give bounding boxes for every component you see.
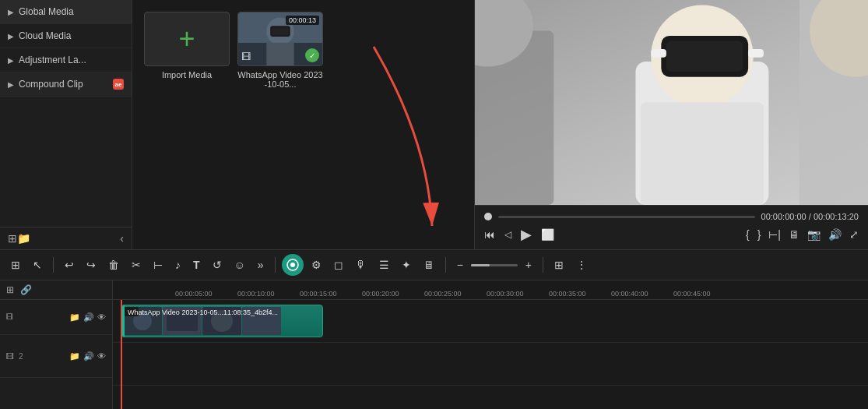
- compound-clip-btn[interactable]: [282, 254, 304, 276]
- video-media-label: WhatsApp Video 2023-10-05...: [237, 70, 323, 89]
- track-audio-btn-2[interactable]: 🔊: [83, 351, 94, 361]
- ruler-mark-7: 00:00:35:00: [549, 290, 586, 298]
- ruler-mark-8: 00:00:40:00: [611, 290, 648, 298]
- sidebar-item-compound-clip[interactable]: ▶ Compound Clip ae: [0, 72, 132, 97]
- undo-btn[interactable]: ↩: [60, 256, 79, 274]
- fit-btn[interactable]: ⤢: [849, 228, 859, 241]
- timeline-right: 00:00:05:00 00:00:10:00 00:00:15:00 00:0…: [113, 280, 868, 409]
- preview-video: [475, 0, 868, 205]
- new-folder-icon[interactable]: 📁: [17, 232, 30, 245]
- effect-btn[interactable]: ✦: [397, 256, 416, 274]
- link-btn[interactable]: 🔗: [20, 284, 32, 295]
- sidebar-item-label: Compound Clip: [19, 79, 108, 90]
- svg-rect-15: [748, 49, 764, 58]
- emoji-btn[interactable]: ☺: [230, 256, 250, 274]
- video-time-badge: 00:00:13: [286, 16, 319, 25]
- monitor-btn[interactable]: 🖥: [789, 228, 799, 241]
- app-container: ▶ Global Media ▶ Cloud Media ▶ Adjustmen…: [0, 0, 868, 409]
- track-folder-btn-2[interactable]: 📁: [69, 351, 80, 361]
- zoom-slider[interactable]: [471, 264, 518, 266]
- sidebar-item-label: Adjustment La...: [19, 55, 124, 65]
- mark-in-btn[interactable]: {: [746, 228, 750, 241]
- pointer-btn[interactable]: ↖: [28, 256, 47, 274]
- add-track-btn[interactable]: ⊞: [6, 284, 14, 295]
- preview-panel: 00:00:00:00 / 00:00:13:20 ⏮ ◁ ▶ ⬜ { }: [475, 0, 868, 249]
- media-grid: + Import Media: [132, 0, 474, 249]
- add-folder-icon[interactable]: ⊞: [8, 232, 17, 245]
- fullscreen-btn[interactable]: ⬜: [541, 228, 554, 241]
- ruler-mark-2: 00:00:10:00: [237, 290, 275, 298]
- svg-rect-3: [266, 43, 293, 65]
- mark-out-btn[interactable]: }: [757, 228, 761, 241]
- time-current: 00:00:00:00: [761, 212, 807, 221]
- ruler-mark-9: 00:00:45:00: [673, 290, 711, 298]
- track-folder-btn[interactable]: 📁: [69, 312, 80, 323]
- playback-right: { } ⊢| 🖥 📷 🔊 ⤢: [746, 228, 859, 241]
- sidebar-items: ▶ Global Media ▶ Cloud Media ▶ Adjustmen…: [0, 0, 132, 227]
- text-btn[interactable]: T: [188, 256, 205, 274]
- ruler-mark-6: 00:00:30:00: [487, 290, 524, 298]
- svg-rect-13: [666, 41, 743, 72]
- video-media-item[interactable]: 00:00:13 🎞 ✓ WhatsApp Video 2023-10-05..…: [237, 12, 323, 238]
- compound-clip-badge: ae: [113, 79, 124, 90]
- toolbar-sep-2: [275, 257, 276, 273]
- snapshot-btn[interactable]: 📷: [807, 228, 821, 241]
- progress-track[interactable]: [498, 216, 755, 218]
- toolbar-sep-1: [53, 257, 54, 273]
- rotate-btn[interactable]: ↺: [208, 256, 227, 274]
- sidebar-footer: ⊞ 📁 ‹: [0, 227, 132, 249]
- timeline-ruler: 00:00:05:00 00:00:10:00 00:00:15:00 00:0…: [113, 280, 868, 300]
- ruler-mark-3: 00:00:15:00: [300, 290, 337, 298]
- svg-point-20: [290, 263, 295, 267]
- timeline-tracks: WhatsApp Video 2023-10-05...11:08:35_4b2…: [113, 300, 868, 409]
- time-display: 00:00:00:00 / 00:00:13:20: [761, 212, 859, 221]
- svg-rect-5: [272, 27, 289, 35]
- arrow-icon: ▶: [8, 8, 14, 16]
- voiceover-btn[interactable]: 🎙: [351, 256, 371, 274]
- split-view-btn[interactable]: ⊞: [6, 256, 25, 274]
- layout-btn[interactable]: ⋮: [571, 256, 592, 274]
- sidebar-item-global-media[interactable]: ▶ Global Media: [0, 0, 132, 24]
- track-eye-btn[interactable]: 👁: [97, 312, 106, 322]
- split-audio-btn[interactable]: ◻: [329, 256, 348, 274]
- film-icon: 🎞: [241, 51, 251, 62]
- track-num-2: 2: [19, 352, 23, 361]
- progress-bar-container: 00:00:00:00 / 00:00:13:20: [484, 212, 859, 221]
- zoom-out-btn[interactable]: −: [452, 256, 468, 274]
- clip-export-btn[interactable]: ⊢|: [768, 228, 781, 241]
- more-btn[interactable]: »: [253, 256, 269, 274]
- svg-rect-14: [651, 49, 666, 58]
- play-btn[interactable]: ▶: [521, 226, 532, 243]
- trim-btn[interactable]: ⊢: [149, 256, 167, 274]
- preview-controls: 00:00:00:00 / 00:00:13:20 ⏮ ◁ ▶ ⬜ { }: [475, 205, 868, 249]
- video-clip[interactable]: WhatsApp Video 2023-10-05...11:08:35_4b2…: [121, 305, 323, 337]
- step-back-btn[interactable]: ◁: [504, 229, 511, 240]
- volume-btn[interactable]: 🔊: [828, 228, 842, 241]
- track-mgr-btn[interactable]: ☰: [374, 256, 394, 274]
- playback-left: ⏮ ◁ ▶ ⬜: [484, 226, 554, 243]
- settings-btn[interactable]: ⚙: [307, 256, 326, 274]
- delete-btn[interactable]: 🗑: [104, 256, 124, 274]
- sidebar-item-label: Global Media: [19, 6, 124, 17]
- snapshot-toolbar-btn[interactable]: 🖥: [419, 256, 439, 274]
- track-audio-btn[interactable]: 🔊: [83, 312, 94, 323]
- compound-clip-icon: [286, 259, 299, 271]
- playback-controls: ⏮ ◁ ▶ ⬜ { } ⊢| 🖥 📷 🔊 ⤢: [484, 226, 859, 243]
- track-eye-btn-2[interactable]: 👁: [97, 351, 106, 361]
- grid-view-btn[interactable]: ⊞: [550, 256, 568, 274]
- sidebar-item-adjustment[interactable]: ▶ Adjustment La...: [0, 48, 132, 72]
- timeline-playhead[interactable]: [121, 300, 122, 409]
- progress-dot[interactable]: [484, 213, 492, 220]
- cut-btn[interactable]: ✂: [127, 256, 146, 274]
- audio-adj-btn[interactable]: ♪: [170, 256, 185, 274]
- toolbar-sep-3: [445, 257, 446, 273]
- collapse-icon[interactable]: ‹: [120, 232, 124, 245]
- redo-btn[interactable]: ↪: [82, 256, 100, 274]
- sidebar-item-cloud-media[interactable]: ▶ Cloud Media: [0, 24, 132, 48]
- track-number-a2: 🎞: [6, 352, 14, 361]
- import-media-item[interactable]: + Import Media: [144, 12, 230, 238]
- arrow-icon: ▶: [8, 32, 14, 41]
- audio-track-label: 🎞 2 📁 🔊 👁: [0, 335, 112, 378]
- skip-back-btn[interactable]: ⏮: [484, 228, 495, 241]
- zoom-in-btn[interactable]: +: [521, 256, 536, 274]
